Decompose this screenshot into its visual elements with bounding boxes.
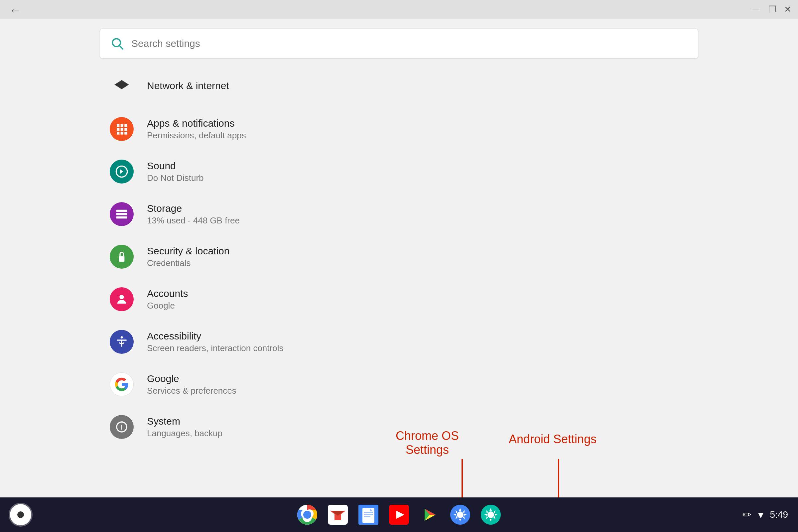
gmail-app[interactable] xyxy=(326,503,350,527)
taskbar-left xyxy=(10,504,31,525)
accounts-title: Accounts xyxy=(147,288,188,299)
accessibility-icon xyxy=(110,330,134,354)
svg-rect-33 xyxy=(364,514,373,515)
launcher-button[interactable] xyxy=(10,504,31,525)
settings-item-apps[interactable]: Apps & notificationsPermissions, default… xyxy=(100,108,698,150)
play-store-app[interactable] xyxy=(418,503,441,527)
svg-rect-7 xyxy=(121,128,124,131)
docs-app[interactable] xyxy=(357,503,380,527)
svg-marker-13 xyxy=(120,169,124,174)
svg-rect-34 xyxy=(364,516,370,517)
close-button[interactable]: ✕ xyxy=(784,5,791,14)
google-subtitle: Services & preferences xyxy=(147,386,236,396)
system-text: SystemLanguages, backup xyxy=(147,416,223,439)
clock: 5:49 xyxy=(770,509,788,520)
storage-subtitle: 13% used - 448 GB free xyxy=(147,215,240,226)
svg-line-1 xyxy=(119,45,123,49)
accessibility-subtitle: Screen readers, interaction controls xyxy=(147,343,283,354)
storage-text: Storage13% used - 448 GB free xyxy=(147,203,240,226)
svg-marker-2 xyxy=(115,80,128,89)
sound-subtitle: Do Not Disturb xyxy=(147,173,204,183)
chromeos-settings-app[interactable] xyxy=(448,503,472,527)
settings-item-accounts[interactable]: AccountsGoogle xyxy=(100,278,698,321)
chrome-app[interactable] xyxy=(295,503,319,527)
settings-item-security[interactable]: Security & locationCredentials xyxy=(100,235,698,278)
system-title: System xyxy=(147,416,223,427)
svg-point-18 xyxy=(119,295,124,299)
svg-point-19 xyxy=(121,336,123,339)
settings-item-sound[interactable]: SoundDo Not Disturb xyxy=(100,150,698,193)
security-title: Security & location xyxy=(147,245,229,257)
svg-rect-32 xyxy=(364,512,373,513)
back-button[interactable]: ← xyxy=(9,3,21,17)
svg-rect-8 xyxy=(125,128,127,131)
accessibility-text: AccessibilityScreen readers, interaction… xyxy=(147,330,283,354)
sound-text: SoundDo Not Disturb xyxy=(147,160,204,183)
wifi-icon: ▾ xyxy=(758,508,763,521)
maximize-button[interactable]: ❐ xyxy=(768,5,776,14)
svg-point-28 xyxy=(304,511,310,518)
svg-rect-15 xyxy=(116,213,127,215)
apps-subtitle: Permissions, default apps xyxy=(147,130,246,141)
settings-list: Network & internetApps & notificationsPe… xyxy=(100,65,698,448)
settings-item-network[interactable]: Network & internet xyxy=(100,65,698,108)
svg-point-42 xyxy=(488,511,494,518)
svg-rect-11 xyxy=(125,132,127,134)
title-bar: ← — ❐ ✕ xyxy=(0,0,798,19)
pen-icon: ✏ xyxy=(742,508,752,521)
google-title: Google xyxy=(147,373,236,384)
svg-point-40 xyxy=(457,511,463,518)
svg-rect-6 xyxy=(117,128,119,131)
security-text: Security & locationCredentials xyxy=(147,245,229,268)
sound-title: Sound xyxy=(147,160,204,172)
search-input[interactable] xyxy=(131,38,688,49)
network-icon xyxy=(110,75,134,98)
svg-rect-4 xyxy=(121,124,124,127)
window-controls: — ❐ ✕ xyxy=(752,5,791,14)
network-text: Network & internet xyxy=(147,80,229,93)
taskbar-right: ✏ ▾ 5:49 xyxy=(742,508,788,521)
svg-rect-10 xyxy=(121,132,124,134)
settings-item-accessibility[interactable]: AccessibilityScreen readers, interaction… xyxy=(100,321,698,363)
taskbar: ✏ ▾ 5:49 xyxy=(0,497,798,532)
apps-title: Apps & notifications xyxy=(147,118,246,129)
google-icon xyxy=(110,373,134,396)
system-icon: i xyxy=(110,415,134,439)
settings-item-storage[interactable]: Storage13% used - 448 GB free xyxy=(100,193,698,235)
minimize-button[interactable]: — xyxy=(752,5,760,14)
accessibility-title: Accessibility xyxy=(147,330,283,342)
network-title: Network & internet xyxy=(147,80,229,92)
svg-rect-14 xyxy=(116,210,127,212)
svg-rect-16 xyxy=(116,216,127,219)
apps-text: Apps & notificationsPermissions, default… xyxy=(147,118,246,141)
svg-rect-3 xyxy=(117,124,119,127)
security-subtitle: Credentials xyxy=(147,258,229,268)
accounts-subtitle: Google xyxy=(147,301,188,311)
accounts-text: AccountsGoogle xyxy=(147,288,188,311)
storage-icon xyxy=(110,202,134,226)
accounts-icon xyxy=(110,287,134,311)
settings-item-google[interactable]: GoogleServices & preferences xyxy=(100,363,698,406)
svg-rect-17 xyxy=(119,256,125,262)
svg-rect-5 xyxy=(125,124,127,127)
sound-icon xyxy=(110,159,134,184)
svg-rect-9 xyxy=(117,132,119,134)
taskbar-center xyxy=(295,503,503,527)
settings-item-system[interactable]: iSystemLanguages, backup xyxy=(100,406,698,448)
svg-text:i: i xyxy=(121,423,122,431)
youtube-app[interactable] xyxy=(387,503,411,527)
storage-title: Storage xyxy=(147,203,240,214)
search-icon xyxy=(110,36,125,51)
svg-rect-31 xyxy=(362,508,374,523)
security-icon xyxy=(110,245,134,269)
search-bar xyxy=(100,28,698,58)
system-subtitle: Languages, backup xyxy=(147,428,223,439)
android-settings-app[interactable] xyxy=(479,503,503,527)
apps-icon xyxy=(110,117,134,141)
google-text: GoogleServices & preferences xyxy=(147,373,236,396)
